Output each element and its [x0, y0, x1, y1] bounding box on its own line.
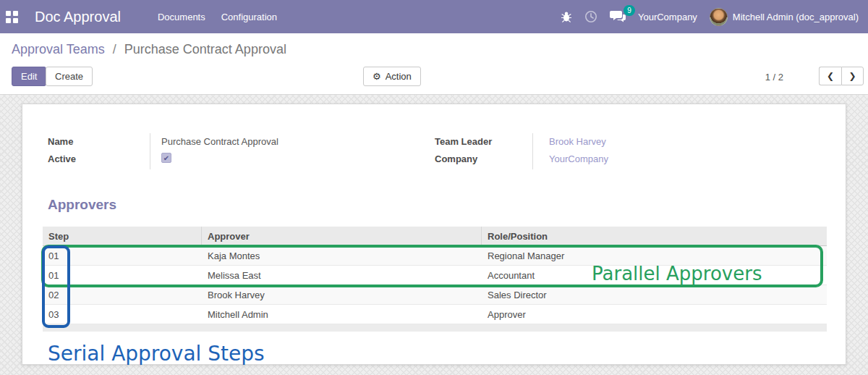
cell-role: Approver	[482, 309, 827, 320]
serial-approval-steps-annotation: Serial Approval Steps	[48, 342, 265, 366]
column-header-approver[interactable]: Approver	[202, 227, 482, 246]
edit-button[interactable]: Edit	[12, 67, 46, 86]
right-column-separator	[532, 133, 533, 169]
left-column-separator	[150, 133, 150, 169]
user-menu[interactable]: Mitchell Admin (doc_approval)	[710, 8, 859, 26]
active-field-label: Active	[48, 153, 76, 164]
navbar-left: Doc Approval Documents Configuration	[0, 1, 285, 33]
approvers-table: Step Approver Role/Position 01 Kaja Mont…	[43, 227, 827, 332]
menu-configuration[interactable]: Configuration	[213, 1, 285, 33]
table-row[interactable]: 01 Kaja Montes Regional Manager	[43, 246, 827, 266]
cell-approver: Kaja Montes	[202, 250, 482, 261]
cell-role: Accountant	[482, 270, 827, 281]
action-button[interactable]: ⚙ Action	[363, 67, 421, 86]
pager-counter: 1 / 2	[765, 72, 783, 83]
active-checkbox[interactable]: ✔	[161, 153, 171, 163]
table-row[interactable]: 02 Brook Harvey Sales Director	[43, 285, 827, 305]
column-header-step[interactable]: Step	[43, 227, 202, 246]
pager-prev-button[interactable]: ❮	[819, 67, 841, 85]
main-menu: Documents Configuration	[150, 1, 285, 33]
cell-role: Sales Director	[482, 290, 827, 300]
team-leader-field-label: Team Leader	[435, 136, 492, 147]
cell-approver: Melissa East	[202, 270, 482, 281]
cell-step: 02	[43, 290, 202, 300]
name-field-value: Purchase Contract Approval	[161, 136, 278, 147]
app-title[interactable]: Doc Approval	[35, 9, 121, 25]
user-name: Mitchell Admin (doc_approval)	[733, 12, 859, 22]
message-count-badge: 9	[624, 5, 635, 16]
apps-grid-icon[interactable]	[6, 11, 18, 23]
team-leader-field-value[interactable]: Brook Harvey	[549, 136, 606, 147]
table-footer-strip	[43, 324, 827, 332]
create-button[interactable]: Create	[46, 67, 93, 86]
company-field-value[interactable]: YourCompany	[549, 153, 608, 164]
debug-bug-icon[interactable]	[561, 11, 572, 22]
breadcrumb-current: Purchase Contract Approval	[124, 42, 286, 56]
messages-icon[interactable]: 9	[610, 10, 626, 23]
cell-step: 01	[43, 250, 202, 261]
pager-next-button[interactable]: ❯	[841, 67, 864, 85]
column-header-role[interactable]: Role/Position	[482, 227, 827, 246]
control-panel: Approval Teams / Purchase Contract Appro…	[0, 33, 868, 95]
cell-step: 03	[43, 309, 202, 320]
breadcrumb-separator: /	[113, 42, 116, 56]
approvers-section-title: Approvers	[48, 197, 116, 213]
gear-icon: ⚙	[373, 72, 381, 81]
user-avatar	[710, 8, 728, 26]
breadcrumb: Approval Teams / Purchase Contract Appro…	[12, 42, 286, 57]
name-field-label: Name	[48, 136, 73, 147]
table-row[interactable]: 03 Mitchell Admin Approver	[43, 305, 827, 324]
navbar-right: 9 YourCompany Mitchell Admin (doc_approv…	[561, 0, 868, 33]
cell-step: 01	[43, 270, 202, 281]
top-navbar: Doc Approval Documents Configuration 9 Y…	[0, 0, 868, 33]
activity-clock-icon[interactable]	[584, 10, 597, 23]
breadcrumb-parent-link[interactable]: Approval Teams	[12, 42, 105, 56]
pager-buttons: ❮ ❯	[819, 67, 864, 85]
menu-documents[interactable]: Documents	[150, 1, 213, 33]
table-row[interactable]: 01 Melissa East Accountant	[43, 266, 827, 285]
action-button-label: Action	[386, 71, 412, 82]
cell-role: Regional Manager	[482, 250, 827, 261]
cell-approver: Brook Harvey	[202, 290, 482, 300]
company-field-label: Company	[435, 153, 477, 164]
company-switcher[interactable]: YourCompany	[638, 12, 697, 22]
cell-approver: Mitchell Admin	[202, 309, 482, 320]
table-header-row: Step Approver Role/Position	[43, 227, 827, 246]
form-sheet: Name Purchase Contract Approval Active ✔…	[22, 104, 846, 365]
